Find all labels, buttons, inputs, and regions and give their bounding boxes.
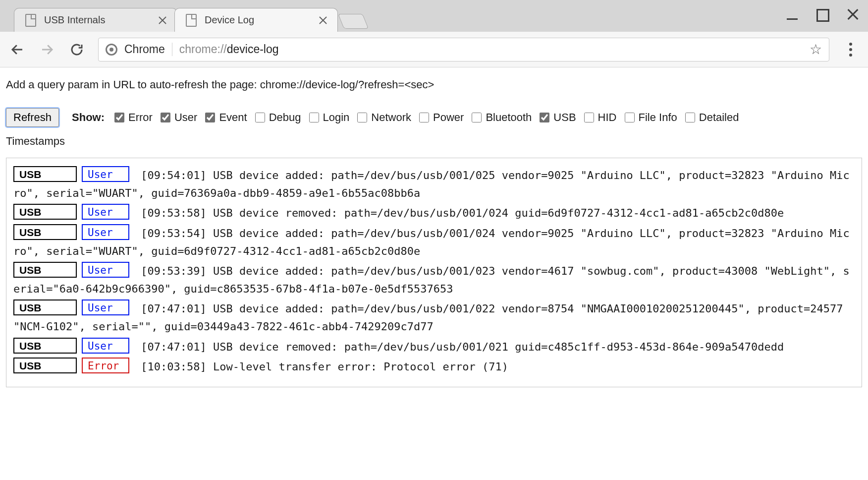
omnibox[interactable]: Chrome chrome://device-log ☆ [98,38,829,61]
filter-detailed[interactable]: Detailed [685,111,739,124]
page-icon [25,14,36,27]
log-level-badge: Error [82,358,129,373]
filter-checkbox[interactable] [540,113,549,122]
forward-button [39,41,55,58]
filter-bluetooth[interactable]: Bluetooth [472,111,532,124]
log-output: USBUser [09:54:01] USB device added: pat… [6,158,862,387]
filter-label: Login [323,111,350,124]
arrow-right-icon [40,42,54,57]
tab-usb-internals[interactable]: USB Internals [14,8,177,32]
log-level-badge: User [82,224,129,240]
log-message: [09:53:54] USB device added: path=/dev/b… [13,227,850,257]
omnibox-url-host: device-log [227,43,279,56]
filter-controls: Refresh Show: ErrorUserEventDebugLoginNe… [6,108,862,148]
log-level-badge: User [82,166,129,182]
filter-hid[interactable]: HID [584,111,617,124]
filter-checkbox[interactable] [419,113,429,122]
filter-label: Power [433,111,464,124]
log-message: [07:47:01] USB device added: path=/dev/b… [13,302,843,333]
log-message: [09:53:39] USB device added: path=/dev/b… [13,265,850,295]
filter-checkbox[interactable] [205,113,215,122]
back-button[interactable] [9,41,26,58]
log-type-badge: USB [13,166,77,182]
log-message: [10:03:58] Low-level transfer error: Pro… [134,360,508,373]
filter-label: Error [128,111,153,124]
omnibox-url: chrome://device-log [179,43,279,56]
minimize-icon[interactable] [785,8,800,23]
log-level-badge: User [82,262,129,278]
tab-strip: USB Internals Device Log [0,0,366,32]
maximize-icon[interactable] [815,8,830,23]
filter-checkbox[interactable] [357,113,367,122]
close-icon[interactable] [318,15,328,26]
page-content: Add a query param in URL to auto-refresh… [0,67,868,387]
log-type-badge: USB [13,224,77,240]
filter-checkbox[interactable] [625,113,635,122]
titlebar: USB Internals Device Log [0,0,868,32]
log-type-badge: USB [13,358,77,373]
log-entry: USBUser [09:53:39] USB device added: pat… [13,262,855,298]
window-controls [785,8,859,23]
page-icon [186,14,197,27]
log-level-badge: User [82,204,129,220]
filter-label: Event [219,111,247,124]
close-icon[interactable] [157,15,168,26]
filter-checkbox[interactable] [161,113,170,122]
log-type-badge: USB [13,204,77,220]
omnibox-url-prefix: chrome:// [179,43,227,56]
log-entry: USBUser [07:47:01] USB device removed: p… [13,338,855,356]
log-message: [09:54:01] USB device added: path=/dev/b… [13,169,850,199]
filter-label: USB [553,111,576,124]
log-message: [07:47:01] USB device removed: path=/dev… [134,341,784,353]
filter-debug[interactable]: Debug [255,111,301,124]
filter-checkbox[interactable] [309,113,319,122]
log-message: [09:53:58] USB device removed: path=/dev… [134,207,784,219]
log-level-badge: User [82,300,129,315]
log-entry: USBUser [07:47:01] USB device added: pat… [13,300,855,335]
filter-file-info[interactable]: File Info [625,111,677,124]
tab-title: USB Internals [44,14,105,26]
filter-error[interactable]: Error [114,111,153,124]
timestamps-label: Timestamps [6,135,862,148]
filter-label: Debug [269,111,301,124]
log-entry: USBUser [09:53:58] USB device removed: p… [13,204,855,222]
log-type-badge: USB [13,338,77,354]
filter-network[interactable]: Network [357,111,411,124]
filter-label: Network [371,111,411,124]
show-label: Show: [72,111,105,124]
log-level-badge: User [82,338,129,354]
omnibox-origin-label: Chrome [124,43,172,56]
refresh-button[interactable]: Refresh [6,108,59,127]
filter-checkbox[interactable] [114,113,124,122]
log-entry: USBUser [09:53:54] USB device added: pat… [13,224,855,260]
filter-label: User [174,111,197,124]
filter-event[interactable]: Event [205,111,247,124]
bookmark-star-icon[interactable]: ☆ [810,41,822,58]
filter-checkbox[interactable] [584,113,594,122]
reload-icon [69,42,84,57]
filter-power[interactable]: Power [419,111,464,124]
toolbar: Chrome chrome://device-log ☆ [0,32,868,67]
filter-checkbox[interactable] [472,113,482,122]
reload-button[interactable] [68,41,85,58]
filter-checkbox[interactable] [685,113,695,122]
auto-refresh-hint: Add a query param in URL to auto-refresh… [6,78,862,91]
browser-menu-button[interactable] [842,43,859,57]
chrome-icon [106,44,117,56]
filter-label: Bluetooth [486,111,532,124]
tab-title: Device Log [205,14,254,26]
window-close-icon[interactable] [846,8,859,21]
new-tab-button[interactable] [338,14,369,29]
filter-user[interactable]: User [161,111,197,124]
filter-label: HID [598,111,617,124]
filter-login[interactable]: Login [309,111,350,124]
filter-label: File Info [639,111,677,124]
filter-usb[interactable]: USB [540,111,576,124]
arrow-left-icon [10,42,25,57]
log-entry: USBError [10:03:58] Low-level transfer e… [13,358,855,376]
log-entry: USBUser [09:54:01] USB device added: pat… [13,166,855,202]
log-type-badge: USB [13,300,77,315]
filter-checkbox[interactable] [255,113,265,122]
tab-device-log[interactable]: Device Log [174,8,338,32]
filter-label: Detailed [699,111,739,124]
